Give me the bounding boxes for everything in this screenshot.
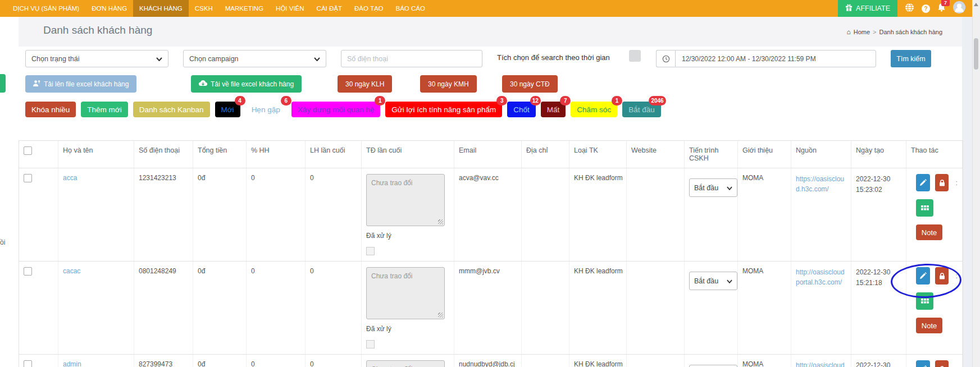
lock-button[interactable] <box>935 267 949 285</box>
col-header-total: Tổng tiền <box>193 141 247 168</box>
customer-source-link[interactable]: http://oasiscloudportal.h3c.com/ <box>796 267 846 287</box>
nav-item-khach-hang[interactable]: KHÁCH HÀNG <box>133 0 189 17</box>
lock-button[interactable] <box>935 360 949 367</box>
chevron-down-icon <box>727 277 732 285</box>
nav-item-dich-vu[interactable]: DỊCH VỤ (SẢN PHẨM) <box>7 0 85 17</box>
customer-address <box>522 262 569 354</box>
kanban-list-button[interactable]: Danh sách Kanban <box>133 102 210 117</box>
lock-button[interactable] <box>935 174 949 191</box>
customer-email: acva@vav.cc <box>454 168 522 261</box>
phone-input[interactable] <box>341 50 482 67</box>
row-checkbox[interactable] <box>24 267 32 276</box>
customer-source-link[interactable]: http://oasiscloudportal.h3c.com/ <box>796 360 846 367</box>
status-buttons-row: Khóa nhiều Thêm mới Danh sách Kanban Mới… <box>25 102 661 117</box>
status-select[interactable]: Chọn trạng thái <box>25 50 168 67</box>
nav-item-dao-tao[interactable]: ĐÀO TẠO <box>348 0 390 17</box>
30-day-klh-button[interactable]: 30 ngày KLH <box>338 75 392 93</box>
processed-label: Đã xử lý <box>366 232 449 240</box>
clipped-sidebar-text-fragment: ồi <box>0 238 5 246</box>
customer-name-link[interactable]: acca <box>63 174 77 182</box>
user-avatar[interactable] <box>953 1 965 16</box>
customer-lh: 0 <box>306 355 362 367</box>
exchange-textarea[interactable]: Chưa trao đổi <box>366 174 445 226</box>
nav-right-cluster: AFFILIATE ? 7 <box>838 0 973 17</box>
globe-icon[interactable] <box>905 3 914 15</box>
nav-item-cskh[interactable]: CSKH <box>189 0 219 17</box>
notifications-bell-icon[interactable]: 7 <box>937 3 946 14</box>
filter-xay-dung-button[interactable]: Xây dựng mối quan hệ1 <box>291 102 381 117</box>
filter-mat-button[interactable]: Mất7 <box>541 102 566 117</box>
edit-button[interactable] <box>916 174 930 191</box>
filter-chot-button[interactable]: Chốt12 <box>507 102 536 117</box>
customer-website <box>627 355 685 367</box>
kanban-grid-button[interactable] <box>916 199 933 217</box>
help-icon[interactable]: ? <box>922 4 930 13</box>
search-button[interactable]: Tìm kiếm <box>891 50 931 67</box>
row-checkbox[interactable] <box>24 360 32 367</box>
edit-button[interactable] <box>916 267 930 285</box>
customer-name-link[interactable]: admin <box>63 360 81 367</box>
affiliate-label: AFFILIATE <box>856 4 890 12</box>
col-header-source: Nguồn <box>791 141 851 168</box>
cskh-progress-select[interactable]: Bắt đầu <box>689 365 737 367</box>
customer-hh: 0 <box>247 262 306 354</box>
cskh-progress-select[interactable]: Bắt đầu <box>689 178 737 197</box>
scrollbar-up-arrow[interactable] <box>974 3 978 6</box>
nav-item-cai-dat[interactable]: CÀI ĐẶT <box>311 0 348 17</box>
scrollbar-thumb[interactable] <box>974 38 978 70</box>
col-header-website: Website <box>627 141 685 168</box>
upload-excel-button[interactable]: Tải lên file excel khách hàng <box>25 75 136 93</box>
30-day-ctd-button[interactable]: 30 ngày CTĐ <box>502 75 558 93</box>
note-button[interactable]: Note <box>916 318 942 333</box>
badge-count: 1 <box>375 96 385 105</box>
download-excel-button[interactable]: Tải về file excel khách hàng <box>191 75 302 93</box>
processed-checkbox[interactable] <box>366 247 375 255</box>
nav-item-bao-cao[interactable]: BÁO CÁO <box>390 0 431 17</box>
customer-created: 2022-12-30 11:43:31 <box>851 355 906 367</box>
customer-lh: 0 <box>306 168 362 261</box>
breadcrumb-current: Danh sách khách hàng <box>879 29 942 35</box>
badge-count: 4 <box>235 96 245 105</box>
table-header-row: Họ và tên Số điện thoại Tổng tiền % HH L… <box>19 141 963 168</box>
nav-item-don-hang[interactable]: ĐƠN HÀNG <box>85 0 133 17</box>
select-all-checkbox[interactable] <box>24 146 32 155</box>
col-header-cskh: Tiến trình CSKH <box>685 141 738 168</box>
filter-bat-dau-button[interactable]: Bắt đầu2046 <box>622 102 661 117</box>
customer-account-type: KH ĐK leadform <box>569 262 627 354</box>
badge-count: 3 <box>496 96 507 105</box>
campaign-select[interactable]: Chọn campaign <box>183 50 326 67</box>
edit-button[interactable] <box>916 360 930 367</box>
cskh-progress-select[interactable]: Bắt đầu <box>689 272 737 290</box>
customer-name-link[interactable]: cacac <box>63 267 80 275</box>
affiliate-button[interactable]: AFFILIATE <box>838 0 897 17</box>
vertical-scrollbar[interactable] <box>972 0 980 367</box>
customer-website <box>627 262 685 354</box>
nav-item-hoi-vien[interactable]: HỘI VIÊN <box>270 0 310 17</box>
filter-cham-soc-button[interactable]: Chăm sóc1 <box>571 102 617 117</box>
date-range-input[interactable]: 12/30/2022 12:00 AM - 12/30/2022 11:59 P… <box>675 50 876 67</box>
30-day-kmh-button[interactable]: 30 ngày KMH <box>420 75 477 93</box>
breadcrumb-home[interactable]: Home <box>854 29 870 35</box>
customer-source-link[interactable]: https://oasiscloud.h3c.com/ <box>796 174 846 194</box>
time-search-checkbox[interactable] <box>629 50 641 62</box>
note-button[interactable]: Note <box>916 224 942 240</box>
kanban-grid-button[interactable] <box>916 292 933 310</box>
filter-gui-loi-ich-button[interactable]: Gửi lợi ích tính năng sản phẩm3 <box>385 102 502 117</box>
lock-many-button[interactable]: Khóa nhiều <box>25 102 76 117</box>
customer-address <box>522 168 569 261</box>
chevron-down-icon <box>156 55 162 63</box>
customer-phone: 0801248249 <box>134 262 193 354</box>
row-checkbox[interactable] <box>24 174 32 182</box>
exchange-textarea[interactable]: Chưa trao đổi <box>366 360 445 367</box>
exchange-textarea[interactable]: Chưa trao đổi <box>366 267 445 319</box>
nav-item-marketing[interactable]: MARKETING <box>219 0 270 17</box>
add-new-button[interactable]: Thêm mới <box>81 102 127 117</box>
filter-moi-button[interactable]: Mới4 <box>215 102 240 117</box>
customer-total: 0đ <box>193 355 247 367</box>
page-title: Danh sách khách hàng <box>43 24 152 36</box>
customer-hh: 0 <box>247 168 306 261</box>
filter-hen-gap-button[interactable]: Hẹn gặp6 <box>245 102 286 117</box>
processed-checkbox[interactable] <box>366 340 375 348</box>
customer-lh: 0 <box>306 262 362 354</box>
top-navbar: DỊCH VỤ (SẢN PHẨM) ĐƠN HÀNG KHÁCH HÀNG C… <box>0 0 973 17</box>
